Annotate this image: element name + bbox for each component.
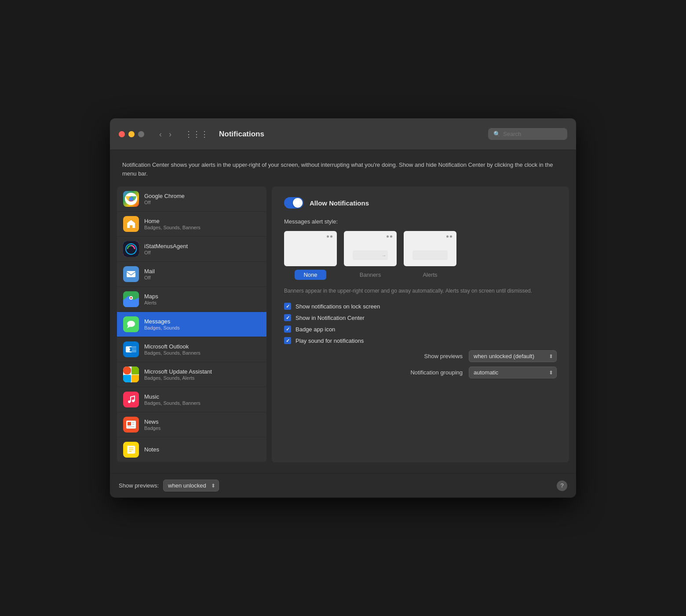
app-item-google-chrome[interactable]: Google ChromeOff (117, 187, 266, 212)
bottom-show-previews-select[interactable]: when unlocked always never (163, 480, 219, 491)
app-name-news: News (144, 418, 260, 425)
app-icon-google-chrome (123, 191, 139, 207)
nav-buttons: ‹ › (157, 128, 174, 140)
style-button-alerts[interactable]: Alerts (414, 270, 446, 280)
svg-point-9 (127, 321, 135, 327)
checkbox-row-lock-screen: ✓Show notifications on lock screen (284, 303, 557, 310)
checkbox-label-play-sound: Play sound for notifications (296, 337, 364, 344)
checkbox-label-badge-icon: Badge app icon (296, 326, 335, 333)
style-preview-alerts (404, 231, 456, 266)
svg-rect-25 (132, 424, 135, 425)
maximize-button[interactable] (138, 131, 144, 137)
svg-point-2 (129, 197, 133, 201)
svg-rect-26 (128, 426, 135, 427)
app-name-home: Home (144, 218, 260, 224)
check-mark: ✓ (286, 338, 290, 344)
app-item-microsoft-outlook[interactable]: Microsoft OutlookBadges, Sounds, Banners (117, 337, 266, 362)
bottom-show-previews-label: Show previews: (119, 482, 159, 489)
close-button[interactable] (119, 131, 125, 137)
app-subtitle-music: Badges, Sounds, Banners (144, 400, 260, 406)
allow-notifications-toggle[interactable] (284, 197, 303, 209)
content-area: Google ChromeOffHomeBadges, Sounds, Bann… (110, 187, 576, 469)
app-info-messages: MessagesBadges, Sounds (144, 318, 260, 330)
alert-style-none[interactable]: None (284, 231, 337, 280)
alert-styles: None → Banners (284, 231, 557, 280)
style-button-none[interactable]: None (295, 270, 326, 280)
app-subtitle-messages: Badges, Sounds (144, 325, 260, 330)
app-name-notes: Notes (144, 446, 260, 453)
app-item-news[interactable]: NewsBadges (117, 412, 266, 437)
app-icon-music (123, 392, 139, 407)
app-name-microsoft-update: Microsoft Update Assistant (144, 368, 260, 375)
app-item-messages[interactable]: MessagesBadges, Sounds (117, 312, 266, 337)
app-name-music: Music (144, 393, 260, 400)
grid-button[interactable]: ⋮⋮⋮ (181, 128, 212, 141)
checkbox-play-sound[interactable]: ✓ (284, 337, 291, 344)
forward-button[interactable]: › (166, 128, 174, 140)
app-subtitle-mail: Off (144, 275, 260, 280)
app-item-notes[interactable]: Notes (117, 437, 266, 462)
style-preview-banners: → (344, 231, 397, 266)
description-text: Notification Center shows your alerts in… (110, 150, 576, 187)
app-item-home[interactable]: HomeBadges, Sounds, Banners (117, 212, 266, 237)
svg-rect-19 (131, 375, 139, 382)
app-name-mail: Mail (144, 268, 260, 275)
traffic-lights (119, 131, 144, 137)
svg-rect-16 (123, 367, 131, 374)
minimize-button[interactable] (128, 131, 135, 137)
style-button-banners[interactable]: Banners (351, 270, 390, 280)
app-info-istatmenusagent: iStatMenusAgentOff (144, 243, 260, 255)
app-item-istatmenusagent[interactable]: iStatMenusAgentOff (117, 237, 266, 262)
app-info-microsoft-outlook: Microsoft OutlookBadges, Sounds, Banners (144, 343, 260, 356)
app-name-google-chrome: Google Chrome (144, 193, 260, 199)
checkbox-row-notification-center: ✓Show in Notification Center (284, 314, 557, 321)
banner-description: Banners appear in the upper-right corner… (284, 287, 557, 295)
svg-rect-24 (132, 422, 135, 423)
app-list: Google ChromeOffHomeBadges, Sounds, Bann… (117, 187, 266, 462)
show-previews-row: Show previews when unlocked (default) al… (296, 350, 557, 362)
show-previews-label: Show previews (424, 353, 463, 359)
app-info-news: NewsBadges (144, 418, 260, 431)
check-mark: ✓ (286, 315, 290, 321)
search-icon: 🔍 (493, 131, 500, 137)
app-item-maps[interactable]: MapsAlerts (117, 287, 266, 312)
notification-grouping-row: Notification grouping automatic by app o… (296, 367, 557, 378)
style-preview-none (284, 231, 337, 266)
window-title: Notifications (219, 130, 481, 139)
app-item-mail[interactable]: MailOff (117, 262, 266, 287)
alert-style-alerts[interactable]: Alerts (404, 231, 456, 280)
svg-rect-23 (128, 422, 131, 425)
help-button[interactable]: ? (557, 480, 567, 491)
svg-point-11 (128, 348, 130, 351)
app-info-maps: MapsAlerts (144, 293, 260, 305)
checkbox-notification-center[interactable]: ✓ (284, 314, 291, 321)
alert-style-banners[interactable]: → Banners (344, 231, 397, 280)
app-icon-microsoft-outlook (123, 341, 139, 357)
checkbox-row-play-sound: ✓Play sound for notifications (284, 337, 557, 344)
app-name-microsoft-outlook: Microsoft Outlook (144, 343, 260, 350)
app-item-music[interactable]: MusicBadges, Sounds, Banners (117, 387, 266, 412)
svg-rect-17 (131, 367, 139, 374)
app-icon-mail (123, 266, 139, 282)
app-subtitle-istatmenusagent: Off (144, 250, 260, 255)
app-icon-messages (123, 316, 139, 332)
toggle-knob (293, 198, 303, 208)
show-previews-select[interactable]: when unlocked (default) always never (469, 350, 557, 362)
checkbox-lock-screen[interactable]: ✓ (284, 303, 291, 310)
search-input[interactable] (503, 131, 562, 137)
app-subtitle-maps: Alerts (144, 300, 260, 305)
titlebar: ‹ › ⋮⋮⋮ Notifications 🔍 (110, 118, 576, 150)
app-info-notes: Notes (144, 446, 260, 453)
app-icon-istatmenusagent (123, 241, 139, 257)
app-info-music: MusicBadges, Sounds, Banners (144, 393, 260, 406)
app-icon-microsoft-update (123, 367, 139, 382)
main-window: ‹ › ⋮⋮⋮ Notifications 🔍 Notification Cen… (110, 118, 576, 498)
check-mark: ✓ (286, 304, 290, 309)
app-item-microsoft-update[interactable]: Microsoft Update AssistantBadges, Sounds… (117, 362, 266, 387)
app-name-messages: Messages (144, 318, 260, 325)
back-button[interactable]: ‹ (157, 128, 164, 140)
checkbox-badge-icon[interactable]: ✓ (284, 326, 291, 333)
search-bar[interactable]: 🔍 (488, 128, 567, 140)
notification-grouping-select[interactable]: automatic by app off (469, 367, 557, 378)
app-subtitle-news: Badges (144, 425, 260, 431)
